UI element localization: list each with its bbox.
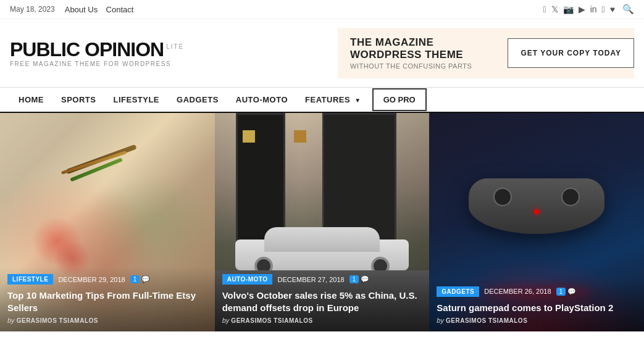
nav-item-lifestyle[interactable]: LIFESTYLE — [104, 88, 168, 113]
card-1-date: DECEMBER 29, 2018 — [58, 276, 125, 283]
featured-cards-grid: LIFESTYLE DECEMBER 29, 2018 1 💬 Top 10 M… — [0, 113, 644, 331]
nav-item-home[interactable]: HOME — [10, 88, 52, 113]
top-bar: May 18, 2023 About Us Contact  𝕏 📷 ▶ in… — [0, 0, 644, 19]
nav-item-auto-moto[interactable]: AUTO-MOTO — [227, 88, 296, 113]
car-roof — [264, 227, 380, 252]
card-lifestyle: LIFESTYLE DECEMBER 29, 2018 1 💬 Top 10 M… — [0, 113, 215, 331]
card-3-meta: GADGETS DECEMBER 26, 2018 1 💬 — [437, 286, 637, 297]
card-3-date: DECEMBER 26, 2018 — [484, 288, 551, 295]
youtube-icon[interactable]: ▶ — [579, 4, 585, 14]
linkedin-icon[interactable]: in — [590, 4, 597, 14]
card-2-meta: AUTO-MOTO DECEMBER 27, 2018 1 💬 — [222, 274, 422, 285]
social-icons-bar:  𝕏 📷 ▶ in  ♥ 🔍 — [543, 4, 634, 15]
card-1-title: Top 10 Marketing Tips From Full-Time Ets… — [7, 289, 207, 314]
promo-text-area: THE MAGAZINE WORDPRESS THEME WITHOUT THE… — [338, 28, 508, 78]
card-1-bottom: LIFESTYLE DECEMBER 29, 2018 1 💬 Top 10 M… — [0, 267, 215, 331]
promo-main-text: THE MAGAZINE WORDPRESS THEME — [350, 36, 495, 61]
nav-item-features[interactable]: FEATURES ▼ — [296, 88, 370, 113]
card-3-comments: 1 💬 — [556, 288, 577, 296]
logo-area: PUBLIC OPINIONLITE FREE MAGAZINE THEME F… — [10, 40, 184, 67]
card-1-tag[interactable]: LIFESTYLE — [7, 274, 53, 285]
card-2-tag[interactable]: AUTO-MOTO — [222, 274, 273, 285]
top-bar-left: May 18, 2023 About Us Contact — [10, 5, 133, 14]
controller-body — [469, 178, 604, 234]
promo-sub-text: WITHOUT THE CONFUSING PARTS — [350, 62, 495, 70]
contact-link[interactable]: Contact — [106, 5, 134, 14]
card-2-comments: 1 💬 — [349, 275, 370, 283]
site-header: PUBLIC OPINIONLITE FREE MAGAZINE THEME F… — [0, 19, 644, 88]
twitter-icon[interactable]: 𝕏 — [551, 4, 558, 14]
card-1-meta: LIFESTYLE DECEMBER 29, 2018 1 💬 — [7, 274, 207, 285]
card-gadgets: GADGETS DECEMBER 26, 2018 1 💬 Saturn gam… — [429, 113, 644, 331]
about-us-link[interactable]: About Us — [65, 5, 98, 14]
card-3-bottom: GADGETS DECEMBER 26, 2018 1 💬 Saturn gam… — [429, 279, 644, 332]
date-label: May 18, 2023 — [10, 5, 55, 14]
logo-title: PUBLIC OPINIONLITE — [10, 40, 184, 59]
features-dropdown-arrow: ▼ — [354, 97, 361, 104]
card-3-title: Saturn gamepad comes to PlayStation 2 — [437, 302, 637, 314]
card-1-author: by GERASIMOS TSIAMALOS — [7, 317, 207, 324]
header-promo-banner: THE MAGAZINE WORDPRESS THEME WITHOUT THE… — [338, 28, 634, 78]
nav-item-sports[interactable]: SPORTS — [52, 88, 104, 113]
top-nav: About Us Contact — [65, 5, 134, 14]
facebook-icon[interactable]:  — [543, 4, 546, 14]
joystick-right — [561, 188, 580, 206]
instagram-icon[interactable]: 📷 — [563, 4, 574, 14]
search-icon[interactable]: 🔍 — [622, 4, 634, 15]
card-2-author: by GERASIMOS TSIAMALOS — [222, 317, 422, 324]
window-2 — [294, 130, 306, 143]
wordpress-icon[interactable]:  — [602, 4, 605, 14]
car-silhouette — [225, 215, 419, 270]
card-3-tag[interactable]: GADGETS — [437, 286, 479, 297]
promo-cta-button[interactable]: GET YOUR COPY TODAY — [508, 38, 634, 68]
card-2-title: Volvo's October sales rise 5% as China, … — [222, 289, 422, 314]
logo-subtitle: FREE MAGAZINE THEME FOR WORDPRESS — [10, 60, 184, 67]
controller-light — [534, 209, 539, 214]
card-2-bottom: AUTO-MOTO DECEMBER 27, 2018 1 💬 Volvo's … — [215, 267, 430, 331]
logo-lite: LITE — [166, 43, 184, 50]
nav-gopro-button[interactable]: GO PRO — [372, 88, 427, 111]
nav-item-gadgets[interactable]: GADGETS — [168, 88, 227, 113]
window-1 — [243, 130, 255, 143]
card-3-author: by GERASIMOS TSIAMALOS — [437, 317, 637, 324]
card-2-date: DECEMBER 27, 2018 — [277, 276, 344, 283]
card-auto-moto: AUTO-MOTO DECEMBER 27, 2018 1 💬 Volvo's … — [215, 113, 430, 331]
rss-icon[interactable]: ♥ — [610, 4, 615, 14]
main-nav-bar: HOME SPORTS LIFESTYLE GADGETS AUTO-MOTO … — [0, 88, 644, 113]
card-1-comments: 1 💬 — [130, 275, 151, 283]
joystick-left — [493, 188, 512, 206]
